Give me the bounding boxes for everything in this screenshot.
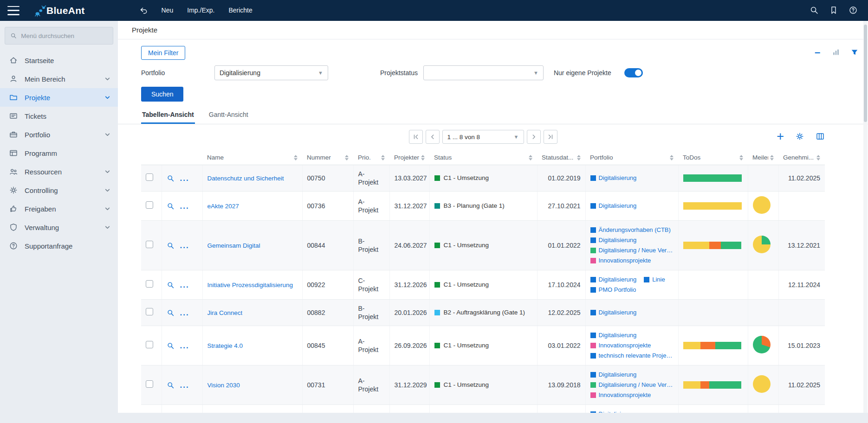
row-actions-button[interactable]: ...: [180, 341, 189, 350]
tab-gantt-ansicht[interactable]: Gantt-Ansicht: [208, 107, 249, 124]
portfolio-link[interactable]: Digitalisierung: [599, 275, 637, 284]
portfolio-link[interactable]: Digitalisierung: [599, 308, 637, 317]
portfolio-tag[interactable]: Innovationsprojekte: [590, 256, 651, 265]
portfolio-link[interactable]: technisch relevante Projekte: [599, 351, 674, 360]
magnifier-icon[interactable]: [167, 281, 175, 289]
sidebar-item-freigaben[interactable]: Freigaben: [0, 199, 118, 218]
portfolio-link[interactable]: Digitalisierung / Neue Verfahr: [599, 246, 674, 255]
portfolio-link[interactable]: Digitalisierung: [599, 410, 637, 413]
table-settings-icon[interactable]: [795, 132, 804, 141]
topnav-imp-exp[interactable]: Imp./Exp.: [180, 0, 221, 21]
portfolio-tag[interactable]: Innovationsprojekte: [590, 341, 651, 350]
portfolio-link[interactable]: Digitalisierung / Neue Verfahr: [599, 380, 674, 390]
column-header-statusdatum[interactable]: Statusdat...: [537, 150, 585, 165]
row-checkbox[interactable]: [146, 241, 153, 248]
row-actions-button[interactable]: ...: [180, 281, 189, 289]
portfolio-link[interactable]: Digitalisierung: [599, 331, 637, 340]
mein-filter-button[interactable]: Mein Filter: [141, 46, 185, 60]
portfolio-tag[interactable]: Linie: [644, 275, 665, 284]
portfolio-tag[interactable]: Digitalisierung: [590, 308, 637, 317]
portfolio-tag[interactable]: Änderungsvorhaben (CTB): [590, 225, 671, 235]
portfolio-tag[interactable]: Digitalisierung: [590, 201, 637, 211]
projektstatus-select[interactable]: ▼: [423, 65, 544, 80]
sidebar-item-ressourcen[interactable]: Ressourcen: [0, 162, 118, 181]
sidebar-item-mein-bereich[interactable]: Mein Bereich: [0, 70, 118, 88]
sort-icon[interactable]: [294, 155, 298, 160]
column-header-name[interactable]: Name: [202, 150, 302, 165]
column-header-portfolio[interactable]: Portfolio: [585, 150, 678, 165]
sort-icon[interactable]: [770, 155, 774, 160]
search-icon[interactable]: [810, 6, 820, 16]
sidebar-search-input[interactable]: [21, 32, 108, 39]
sort-icon[interactable]: [421, 155, 425, 160]
row-checkbox[interactable]: [146, 308, 153, 315]
row-checkbox[interactable]: [146, 173, 153, 181]
collapse-panel-icon[interactable]: –: [811, 47, 823, 58]
back-button[interactable]: [137, 4, 151, 18]
sidebar-item-startseite[interactable]: Startseite: [0, 51, 118, 70]
row-checkbox[interactable]: [146, 341, 153, 348]
scrollbar-thumb[interactable]: [864, 25, 867, 122]
bar-chart-icon[interactable]: [830, 47, 842, 58]
portfolio-link[interactable]: Innovationsprojekte: [599, 256, 651, 265]
portfolio-tag[interactable]: Innovationsprojekte: [590, 391, 651, 400]
portfolio-tag[interactable]: technisch relevante Projekte: [590, 351, 674, 360]
column-header-nummer[interactable]: Nummer: [302, 150, 353, 165]
column-header-projektende[interactable]: Projekten...: [389, 150, 429, 165]
portfolio-tag[interactable]: Digitalisierung: [590, 173, 637, 183]
next-page-button[interactable]: [527, 130, 541, 144]
project-name-link[interactable]: eAkte 2027: [207, 202, 239, 211]
project-name-link[interactable]: Vision 2030: [207, 381, 240, 390]
magnifier-icon[interactable]: [167, 174, 175, 182]
help-icon[interactable]: [849, 6, 859, 16]
sort-icon[interactable]: [381, 155, 385, 160]
sidebar-item-programm[interactable]: Programm: [0, 144, 118, 162]
page-range-select[interactable]: 1 ... 8 von 8 ▼: [442, 130, 524, 144]
portfolio-tag[interactable]: Digitalisierung: [590, 236, 637, 245]
portfolio-link[interactable]: Digitalisierung: [599, 236, 637, 245]
bookmark-icon[interactable]: [829, 6, 839, 16]
portfolio-tag[interactable]: Digitalisierung: [590, 331, 637, 340]
tab-tabellen-ansicht[interactable]: Tabellen-Ansicht: [141, 107, 195, 124]
portfolio-link[interactable]: Digitalisierung: [599, 173, 637, 183]
sidebar-item-verwaltung[interactable]: Verwaltung: [0, 218, 118, 237]
suchen-button[interactable]: Suchen: [141, 87, 183, 102]
row-actions-button[interactable]: ...: [180, 202, 189, 211]
portfolio-link[interactable]: Linie: [652, 275, 665, 284]
row-actions-button[interactable]: ...: [180, 241, 189, 250]
project-name-link[interactable]: Datenschutz und Sicherheit: [207, 174, 284, 183]
sort-icon[interactable]: [816, 155, 820, 160]
sidebar-item-portfolio[interactable]: Portfolio: [0, 125, 118, 144]
row-checkbox[interactable]: [146, 201, 153, 209]
last-page-button[interactable]: [544, 130, 557, 144]
portfolio-tag[interactable]: Digitalisierung / Neue Verfahr: [590, 246, 674, 255]
column-header-todos[interactable]: ToDos: [678, 150, 748, 165]
magnifier-icon[interactable]: [167, 202, 175, 210]
magnifier-icon[interactable]: [167, 242, 175, 250]
project-name-link[interactable]: Gemeinsam Digital: [207, 242, 260, 250]
magnifier-icon[interactable]: [167, 309, 175, 317]
portfolio-tag[interactable]: Digitalisierung: [590, 410, 637, 413]
filter-funnel-icon[interactable]: [849, 47, 861, 58]
row-actions-button[interactable]: ...: [180, 174, 189, 183]
sidebar-item-controlling[interactable]: Controlling: [0, 181, 118, 199]
sort-icon[interactable]: [739, 155, 743, 160]
portfolio-link[interactable]: PMO Portfolio: [599, 285, 636, 295]
sort-icon[interactable]: [577, 155, 581, 160]
magnifier-icon[interactable]: [167, 342, 175, 350]
magnifier-icon[interactable]: [167, 381, 175, 389]
portfolio-tag[interactable]: Digitalisierung: [590, 275, 637, 284]
row-actions-button[interactable]: ...: [180, 308, 189, 317]
page-scrollbar[interactable]: [863, 21, 868, 413]
row-actions-button[interactable]: ...: [180, 381, 189, 390]
sort-icon[interactable]: [529, 155, 532, 160]
first-page-button[interactable]: [409, 130, 423, 144]
topnav-berichte[interactable]: Berichte: [221, 0, 259, 21]
own-projects-toggle[interactable]: [624, 68, 643, 77]
sidebar-item-tickets[interactable]: Tickets: [0, 107, 118, 125]
project-name-link[interactable]: Jira Connect: [207, 309, 243, 317]
column-header-status[interactable]: Status: [429, 150, 537, 165]
app-logo[interactable]: BlueAnt: [33, 4, 85, 18]
column-header-prio[interactable]: Prio.: [353, 150, 389, 165]
column-header-meilensteine[interactable]: Meilen...: [748, 150, 778, 165]
